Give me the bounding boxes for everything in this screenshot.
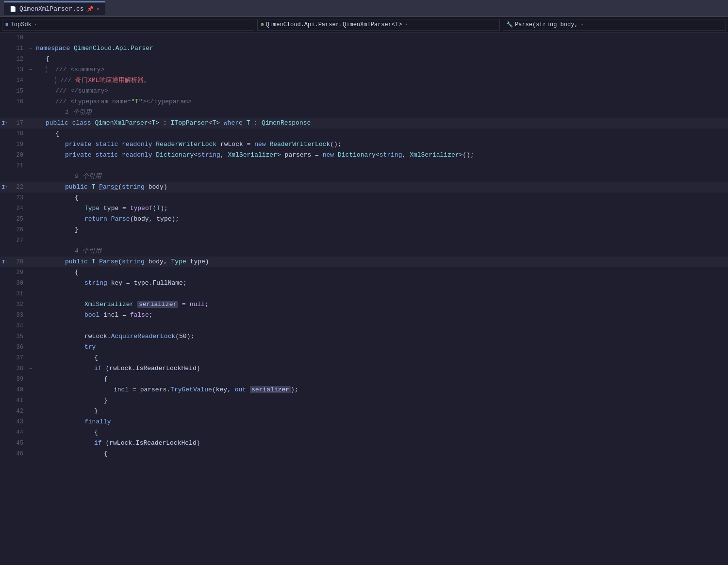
breadcrumb-topsdk[interactable]: ≡ TopSdk ▾ bbox=[2, 19, 254, 31]
linenum-37: 37 bbox=[10, 355, 27, 361]
fold-13[interactable]: − bbox=[27, 67, 34, 73]
content-15: /// </summary> bbox=[34, 86, 728, 97]
chevron-down-icon-3: ▾ bbox=[581, 22, 583, 27]
fold-45[interactable]: − bbox=[27, 441, 34, 446]
content-23: { bbox=[34, 193, 728, 203]
line-23: 23 { bbox=[0, 193, 728, 203]
line-38: 38 − if (rwLock.IsReaderLockHeld) bbox=[0, 363, 728, 374]
linenum-45: 45 bbox=[10, 440, 27, 447]
file-tab[interactable]: 📄 QimenXmlParser.cs 📌 ✕ bbox=[4, 1, 105, 15]
class-icon: ⚙ bbox=[261, 21, 264, 28]
linenum-34: 34 bbox=[10, 323, 27, 329]
line-28: I↑ 28 public T Parse(string body, Type t… bbox=[0, 257, 728, 267]
line-46: 46 { bbox=[0, 449, 728, 459]
content-14: /// 奇门XML响应通用解析器。 bbox=[34, 75, 728, 86]
line-10: 10 bbox=[0, 32, 728, 43]
close-icon[interactable]: ✕ bbox=[97, 6, 100, 12]
content-45: if (rwLock.IsReaderLockHeld) bbox=[34, 438, 728, 449]
linenum-31: 31 bbox=[10, 291, 27, 297]
linenum-29: 29 bbox=[10, 269, 27, 276]
linenum-10: 10 bbox=[10, 34, 27, 41]
linenum-46: 46 bbox=[10, 451, 27, 457]
linenum-33: 33 bbox=[10, 312, 27, 319]
tab-label: QimenXmlParser.cs bbox=[19, 5, 84, 13]
line-18: 18 { bbox=[0, 129, 728, 139]
line-39: 39 { bbox=[0, 374, 728, 385]
linenum-35: 35 bbox=[10, 333, 27, 340]
content-32: XmlSerializer serializer = null; bbox=[34, 299, 728, 310]
line-14: 14 /// 奇门XML响应通用解析器。 bbox=[0, 75, 728, 86]
line-12: 12 { bbox=[0, 54, 728, 65]
chevron-down-icon: ▾ bbox=[34, 22, 37, 27]
linenum-14: 14 bbox=[10, 77, 27, 84]
linenum-24: 24 bbox=[10, 205, 27, 212]
fold-11[interactable]: − bbox=[27, 46, 34, 51]
line-26: 26 } bbox=[0, 225, 728, 235]
linenum-44: 44 bbox=[10, 429, 27, 436]
breadcrumb-class-label: QimenCloud.Api.Parser.QimenXmlParser<T> bbox=[266, 21, 402, 28]
ref-count-line-4: 4 个引用 bbox=[0, 246, 728, 257]
code-view[interactable]: 10 11 − namespace QimenCloud.Api.Parser … bbox=[0, 32, 728, 565]
content-17: public class QimenXmlParser<T> : ITopPar… bbox=[34, 118, 728, 129]
content-24: Type type = typeof(T); bbox=[34, 203, 728, 214]
fold-17[interactable]: − bbox=[27, 121, 34, 126]
line-33: 33 bool incl = false; bbox=[0, 310, 728, 321]
content-37: { bbox=[34, 353, 728, 363]
content-19: private static readonly ReaderWriterLock… bbox=[34, 139, 728, 150]
line-37: 37 { bbox=[0, 353, 728, 363]
linenum-32: 32 bbox=[10, 301, 27, 308]
linenum-38: 38 bbox=[10, 365, 27, 372]
line-45: 45 − if (rwLock.IsReaderLockHeld) bbox=[0, 438, 728, 449]
content-ref1: 1 个引用 bbox=[34, 107, 728, 118]
linenum-30: 30 bbox=[10, 280, 27, 287]
line-15: 15 /// </summary> bbox=[0, 86, 728, 97]
line-43: 43 finally bbox=[0, 417, 728, 427]
line-35: 35 rwLock.AcquireReaderLock(50); bbox=[0, 331, 728, 342]
content-44: { bbox=[34, 427, 728, 438]
linenum-27: 27 bbox=[10, 237, 27, 244]
linenum-42: 42 bbox=[10, 408, 27, 415]
content-11: namespace QimenCloud.Api.Parser bbox=[34, 43, 728, 54]
linenum-25: 25 bbox=[10, 216, 27, 223]
linenum-28: 28 bbox=[10, 258, 27, 265]
linenum-20: 20 bbox=[10, 152, 27, 159]
content-ref9: 9 个引用 bbox=[34, 171, 728, 182]
fold-38[interactable]: − bbox=[27, 366, 34, 371]
line-27: 27 bbox=[0, 235, 728, 246]
line-22: I↑ 22 − public T Parse(string body) bbox=[0, 182, 728, 193]
linenum-36: 36 bbox=[10, 344, 27, 351]
linenum-39: 39 bbox=[10, 376, 27, 383]
module-icon: ≡ bbox=[5, 22, 9, 28]
content-18: { bbox=[34, 129, 728, 139]
content-25: return Parse(body, type); bbox=[34, 214, 728, 225]
line-21: 21 bbox=[0, 161, 728, 171]
content-33: bool incl = false; bbox=[34, 310, 728, 321]
toolbar: ≡ TopSdk ▾ ⚙ QimenCloud.Api.Parser.Qimen… bbox=[0, 17, 728, 32]
breadcrumb-class[interactable]: ⚙ QimenCloud.Api.Parser.QimenXmlParser<T… bbox=[257, 19, 500, 31]
linenum-11: 11 bbox=[10, 45, 27, 52]
line-40: 40 incl = parsers.TryGetValue(key, out s… bbox=[0, 385, 728, 395]
line-31: 31 bbox=[0, 289, 728, 299]
breadcrumb-method[interactable]: 🔧 Parse(string body, ▾ bbox=[503, 19, 726, 31]
linenum-23: 23 bbox=[10, 194, 27, 201]
line-20: 20 private static readonly Dictionary<st… bbox=[0, 150, 728, 161]
linenum-18: 18 bbox=[10, 130, 27, 137]
linenum-26: 26 bbox=[10, 226, 27, 233]
content-40: incl = parsers.TryGetValue(key, out seri… bbox=[34, 385, 728, 395]
line-42: 42 } bbox=[0, 406, 728, 417]
content-38: if (rwLock.IsReaderLockHeld) bbox=[34, 363, 728, 374]
line-24: 24 Type type = typeof(T); bbox=[0, 203, 728, 214]
content-12: { bbox=[34, 54, 728, 65]
breadcrumb-topsdk-label: TopSdk bbox=[11, 21, 32, 28]
line-11: 11 − namespace QimenCloud.Api.Parser bbox=[0, 43, 728, 54]
fold-36[interactable]: − bbox=[27, 345, 34, 350]
title-bar: 📄 QimenXmlParser.cs 📌 ✕ bbox=[0, 0, 728, 17]
content-29: { bbox=[34, 267, 728, 278]
fold-22[interactable]: − bbox=[27, 185, 34, 190]
indicator-17: I↑ bbox=[0, 121, 10, 126]
line-16: 16 /// <typeparam name="T"></typeparam> bbox=[0, 97, 728, 107]
linenum-41: 41 bbox=[10, 397, 27, 404]
ref-count-line-9: 9 个引用 bbox=[0, 171, 728, 182]
file-icon: 📄 bbox=[10, 6, 17, 12]
linenum-16: 16 bbox=[10, 98, 27, 105]
